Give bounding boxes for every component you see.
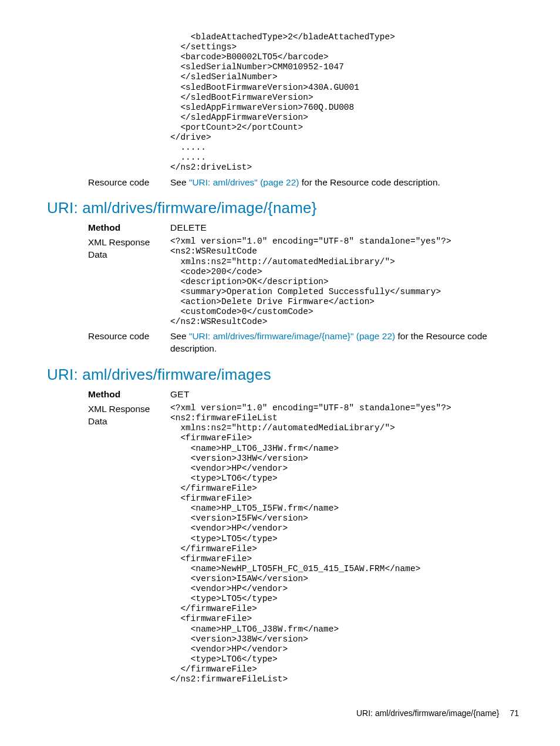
page-footer: URI: aml/drives/firmware/image/{name} 71 (356, 708, 519, 718)
section1-xml-row: XML Response Data <?xml version="1.0" en… (47, 237, 519, 327)
section1-resource-value: See "URI: aml/drives/firmware/image/{nam… (170, 330, 519, 355)
section2-heading: URI: aml/drives/firmware/images (47, 366, 519, 384)
section1-method-row: Method DELETE (47, 222, 519, 234)
footer-title: URI: aml/drives/firmware/image/{name} (356, 708, 500, 718)
top-code-row: <bladeAttachedType>2</bladeAttachedType>… (47, 32, 519, 173)
section1-resource-row: Resource code See "URI: aml/drives/firmw… (47, 330, 519, 355)
section1-resource-label: Resource code (47, 330, 170, 343)
resource-code-row-top: Resource code See "URI: aml/drives" (pag… (47, 177, 519, 189)
section2-method-label: Method (47, 389, 170, 401)
resource-suffix: for the Resource code description. (299, 177, 440, 187)
section1-xml-code: <?xml version="1.0" encoding="UTF-8" sta… (170, 237, 519, 327)
s1-resource-link[interactable]: "URI: aml/drives/firmware/image/{name}" … (189, 331, 395, 341)
section1-method-label: Method (47, 222, 170, 234)
top-code-block: <bladeAttachedType>2</bladeAttachedType>… (170, 32, 519, 173)
section2-xml-code: <?xml version="1.0" encoding="UTF-8" sta… (170, 403, 519, 684)
s1-resource-prefix: See (170, 331, 189, 341)
resource-code-label-top: Resource code (47, 177, 170, 189)
resource-code-value-top: See "URI: aml/drives" (page 22) for the … (170, 177, 519, 189)
section2-method-value: GET (170, 389, 519, 401)
section2-xml-label: XML Response Data (47, 403, 170, 428)
section1-heading: URI: aml/drives/firmware/image/{name} (47, 199, 519, 217)
section2-method-row: Method GET (47, 389, 519, 401)
footer-page-number: 71 (510, 708, 519, 718)
section2-xml-row: XML Response Data <?xml version="1.0" en… (47, 403, 519, 684)
section1-xml-label: XML Response Data (47, 237, 170, 261)
resource-prefix: See (170, 177, 189, 187)
section1-method-value: DELETE (170, 222, 519, 234)
resource-link-top[interactable]: "URI: aml/drives" (page 22) (189, 177, 299, 187)
